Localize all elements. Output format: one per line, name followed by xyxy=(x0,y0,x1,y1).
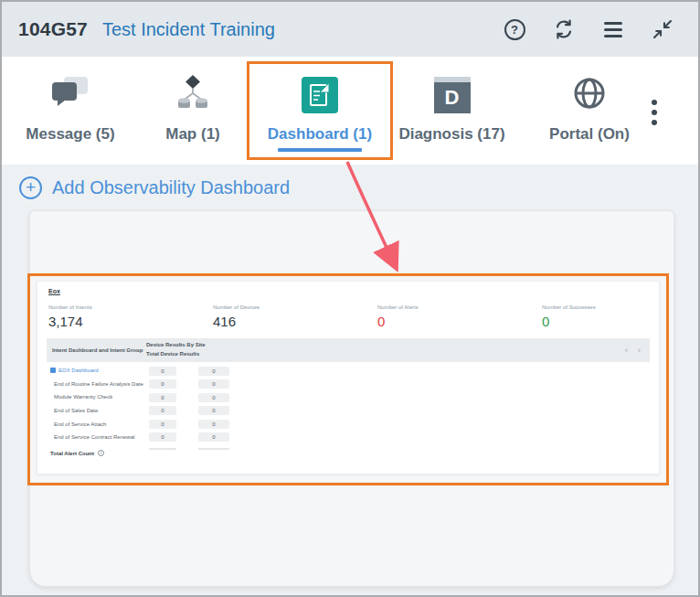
col-device-results-header: Device Results By Site xyxy=(146,342,206,347)
site-result-badge[interactable]: 0 xyxy=(149,432,176,442)
stat-alerts: Number of Alerts 0 xyxy=(377,304,419,329)
table-row-empty xyxy=(47,444,650,453)
globe-icon xyxy=(570,74,609,116)
diagnosis-icon: D xyxy=(434,77,471,113)
annotation-preview-box: Eox Number of Intents 3,174 Number of De… xyxy=(27,273,669,485)
info-icon[interactable]: i xyxy=(98,450,104,456)
tab-diagnosis[interactable]: D Diagnosis (17) xyxy=(386,57,518,165)
intent-table-rows: EOX Dashboard 0 0 End of Routine Failure… xyxy=(47,364,650,453)
col-intent-group-header: Intent Dashboard and Intent Group xyxy=(52,338,143,362)
table-row: End of Service Attach 0 0 xyxy=(47,417,650,431)
chevron-left-icon[interactable]: ‹ xyxy=(625,346,628,355)
dashboard-icon xyxy=(302,77,338,113)
site-result-badge[interactable]: 0 xyxy=(149,393,176,402)
total-result-badge[interactable]: 0 xyxy=(198,432,229,442)
plus-circle-icon: + xyxy=(19,176,42,199)
refresh-icon[interactable] xyxy=(552,17,576,41)
add-observability-dashboard-button[interactable]: + Add Observability Dashboard xyxy=(2,165,698,210)
total-result-badge[interactable]: 0 xyxy=(198,406,229,415)
site-result-badge[interactable]: 0 xyxy=(149,379,176,389)
chat-bubbles-icon xyxy=(49,75,91,115)
total-result-badge[interactable]: 0 xyxy=(198,379,229,389)
pane-header: 104G57 Test Incident Training ? xyxy=(2,2,698,57)
tab-portal[interactable]: Portal (On) xyxy=(523,57,656,165)
tab-message[interactable]: Message (5) xyxy=(2,57,139,165)
add-dashboard-label: Add Observability Dashboard xyxy=(52,177,290,198)
help-icon[interactable]: ? xyxy=(503,17,526,41)
incident-title: Test Incident Training xyxy=(102,19,275,40)
col-total-results-header: Total Device Results xyxy=(146,351,199,357)
stat-intents: Number of Intents 3,174 xyxy=(48,304,92,329)
stat-successes: Number of Successes 0 xyxy=(542,304,596,329)
tab-map[interactable]: Map (1) xyxy=(139,57,247,165)
table-row: Module Warranty Check 0 0 xyxy=(47,390,650,404)
table-row: End of Routine Failure Analysis Date 0 0 xyxy=(47,378,650,391)
tab-portal-label: Portal (On) xyxy=(549,125,630,144)
total-alert-count: Total Alert Count i xyxy=(50,450,104,456)
dashboard-preview-card: Eox Number of Intents 3,174 Number of De… xyxy=(37,281,660,474)
incident-pane: 104G57 Test Incident Training ? xyxy=(0,0,700,597)
tab-dashboard-label: Dashboard (1) xyxy=(268,125,372,144)
table-row: End of Sales Date 0 0 xyxy=(47,404,650,418)
expand-icon[interactable] xyxy=(50,368,56,373)
table-row: EOX Dashboard 0 0 xyxy=(47,364,650,378)
menu-icon[interactable] xyxy=(601,17,625,41)
table-header: Intent Dashboard and Intent Group Device… xyxy=(47,338,650,362)
header-actions: ? xyxy=(503,17,674,41)
incident-id: 104G57 xyxy=(18,18,88,40)
tab-bar: Message (5) Map (1) xyxy=(2,57,698,165)
total-result-badge[interactable]: 0 xyxy=(198,420,229,429)
map-topology-icon xyxy=(173,74,213,116)
more-tabs-icon[interactable] xyxy=(643,91,665,133)
total-result-badge[interactable]: 0 xyxy=(198,393,229,402)
intent-dashboard-link[interactable]: EOX Dashboard xyxy=(58,368,99,373)
site-result-badge[interactable]: 0 xyxy=(149,406,176,415)
tab-message-label: Message (5) xyxy=(26,125,114,144)
site-result-badge[interactable]: 0 xyxy=(149,420,176,429)
table-row: End of Service Contract Renewal 0 0 xyxy=(47,431,650,444)
tab-diagnosis-label: Diagnosis (17) xyxy=(398,125,504,144)
eox-dashboard-link[interactable]: Eox xyxy=(48,288,60,294)
site-result-badge[interactable]: 0 xyxy=(149,367,176,376)
collapse-icon[interactable] xyxy=(651,17,674,41)
tab-map-label: Map (1) xyxy=(165,125,220,144)
chevron-right-icon[interactable]: › xyxy=(638,346,641,355)
total-result-badge[interactable]: 0 xyxy=(198,367,229,376)
active-tab-underline xyxy=(278,148,362,152)
stat-devices: Number of Devices 416 xyxy=(213,304,260,329)
tab-dashboard[interactable]: Dashboard (1) xyxy=(247,57,393,165)
